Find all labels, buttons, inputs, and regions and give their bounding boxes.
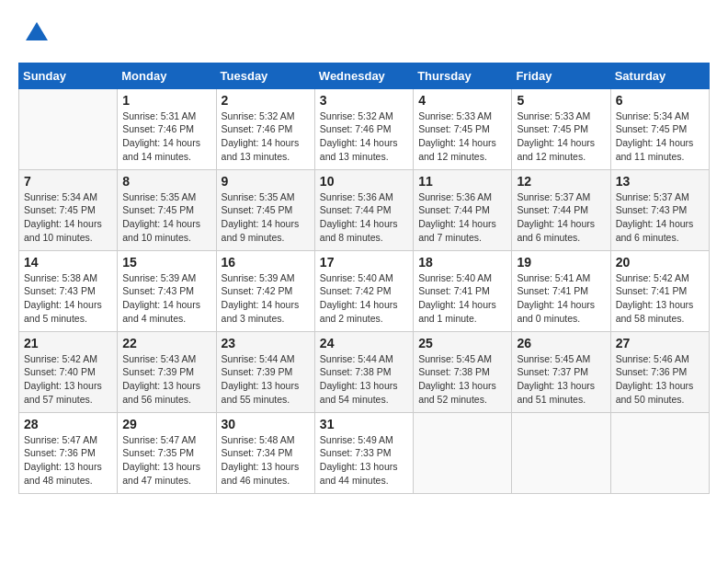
- day-info: Sunrise: 5:44 AMSunset: 7:39 PMDaylight:…: [222, 352, 310, 407]
- week-row-5: 28Sunrise: 5:47 AMSunset: 7:36 PMDayligh…: [19, 412, 710, 493]
- day-cell: 28Sunrise: 5:47 AMSunset: 7:36 PMDayligh…: [19, 412, 118, 493]
- day-number: 20: [616, 255, 704, 270]
- day-cell: 2Sunrise: 5:32 AMSunset: 7:46 PMDaylight…: [216, 88, 314, 169]
- day-number: 10: [320, 174, 408, 189]
- day-number: 26: [517, 336, 605, 350]
- day-cell: 23Sunrise: 5:44 AMSunset: 7:39 PMDayligh…: [216, 331, 314, 412]
- day-info: Sunrise: 5:35 AMSunset: 7:45 PMDaylight:…: [122, 190, 210, 245]
- dow-wednesday: Wednesday: [314, 63, 413, 88]
- day-info: Sunrise: 5:42 AMSunset: 7:41 PMDaylight:…: [616, 271, 704, 326]
- day-cell: 12Sunrise: 5:37 AMSunset: 7:44 PMDayligh…: [512, 169, 610, 250]
- day-info: Sunrise: 5:47 AMSunset: 7:35 PMDaylight:…: [122, 433, 210, 488]
- dow-saturday: Saturday: [610, 63, 709, 88]
- dow-thursday: Thursday: [414, 63, 512, 88]
- day-info: Sunrise: 5:33 AMSunset: 7:45 PMDaylight:…: [517, 109, 605, 164]
- day-number: 4: [418, 93, 506, 108]
- day-cell: 4Sunrise: 5:33 AMSunset: 7:45 PMDaylight…: [414, 88, 512, 169]
- day-info: Sunrise: 5:44 AMSunset: 7:38 PMDaylight:…: [320, 352, 408, 407]
- day-number: 9: [222, 174, 310, 189]
- day-number: 6: [616, 93, 704, 108]
- dow-friday: Friday: [512, 63, 610, 88]
- day-number: 17: [320, 255, 408, 270]
- day-number: 12: [517, 174, 605, 189]
- day-info: Sunrise: 5:45 AMSunset: 7:38 PMDaylight:…: [418, 352, 506, 407]
- day-cell: 11Sunrise: 5:36 AMSunset: 7:44 PMDayligh…: [414, 169, 512, 250]
- day-info: Sunrise: 5:33 AMSunset: 7:45 PMDaylight:…: [418, 109, 506, 164]
- day-info: Sunrise: 5:35 AMSunset: 7:45 PMDaylight:…: [222, 190, 310, 245]
- calendar-body: 1Sunrise: 5:31 AMSunset: 7:46 PMDaylight…: [19, 88, 710, 493]
- day-info: Sunrise: 5:32 AMSunset: 7:46 PMDaylight:…: [222, 109, 310, 164]
- day-number: 11: [418, 174, 506, 189]
- day-info: Sunrise: 5:43 AMSunset: 7:39 PMDaylight:…: [122, 352, 210, 407]
- day-info: Sunrise: 5:45 AMSunset: 7:37 PMDaylight:…: [517, 352, 605, 407]
- day-cell: [610, 412, 709, 493]
- day-info: Sunrise: 5:42 AMSunset: 7:40 PMDaylight:…: [24, 352, 112, 407]
- day-cell: 22Sunrise: 5:43 AMSunset: 7:39 PMDayligh…: [118, 331, 216, 412]
- day-number: 21: [24, 336, 112, 350]
- day-cell: 3Sunrise: 5:32 AMSunset: 7:46 PMDaylight…: [314, 88, 413, 169]
- day-info: Sunrise: 5:37 AMSunset: 7:44 PMDaylight:…: [517, 190, 605, 245]
- day-number: 2: [222, 93, 310, 108]
- day-number: 25: [418, 336, 506, 350]
- day-cell: 17Sunrise: 5:40 AMSunset: 7:42 PMDayligh…: [314, 250, 413, 331]
- day-info: Sunrise: 5:40 AMSunset: 7:42 PMDaylight:…: [320, 271, 408, 326]
- day-cell: 10Sunrise: 5:36 AMSunset: 7:44 PMDayligh…: [314, 169, 413, 250]
- day-number: 7: [24, 174, 112, 189]
- days-of-week-row: SundayMondayTuesdayWednesdayThursdayFrid…: [19, 63, 710, 88]
- day-info: Sunrise: 5:47 AMSunset: 7:36 PMDaylight:…: [24, 433, 112, 488]
- day-cell: 8Sunrise: 5:35 AMSunset: 7:45 PMDaylight…: [118, 169, 216, 250]
- day-cell: 1Sunrise: 5:31 AMSunset: 7:46 PMDaylight…: [118, 88, 216, 169]
- day-cell: 29Sunrise: 5:47 AMSunset: 7:35 PMDayligh…: [118, 412, 216, 493]
- day-cell: 27Sunrise: 5:46 AMSunset: 7:36 PMDayligh…: [610, 331, 709, 412]
- day-number: 5: [517, 93, 605, 108]
- day-number: 29: [122, 417, 210, 431]
- day-info: Sunrise: 5:40 AMSunset: 7:41 PMDaylight:…: [418, 271, 506, 326]
- day-cell: 25Sunrise: 5:45 AMSunset: 7:38 PMDayligh…: [414, 331, 512, 412]
- day-cell: [19, 88, 118, 169]
- day-info: Sunrise: 5:34 AMSunset: 7:45 PMDaylight:…: [616, 109, 704, 164]
- logo: [18, 18, 51, 53]
- logo-icon: [22, 18, 51, 48]
- day-cell: [512, 412, 610, 493]
- day-number: 27: [616, 336, 704, 350]
- day-number: 3: [320, 93, 408, 108]
- dow-monday: Monday: [118, 63, 216, 88]
- day-number: 15: [122, 255, 210, 270]
- day-info: Sunrise: 5:37 AMSunset: 7:43 PMDaylight:…: [616, 190, 704, 245]
- day-info: Sunrise: 5:39 AMSunset: 7:43 PMDaylight:…: [122, 271, 210, 326]
- day-cell: 7Sunrise: 5:34 AMSunset: 7:45 PMDaylight…: [19, 169, 118, 250]
- day-info: Sunrise: 5:36 AMSunset: 7:44 PMDaylight:…: [418, 190, 506, 245]
- day-cell: 9Sunrise: 5:35 AMSunset: 7:45 PMDaylight…: [216, 169, 314, 250]
- day-info: Sunrise: 5:39 AMSunset: 7:42 PMDaylight:…: [222, 271, 310, 326]
- dow-tuesday: Tuesday: [216, 63, 314, 88]
- week-row-1: 1Sunrise: 5:31 AMSunset: 7:46 PMDaylight…: [19, 88, 710, 169]
- day-number: 18: [418, 255, 506, 270]
- day-info: Sunrise: 5:36 AMSunset: 7:44 PMDaylight:…: [320, 190, 408, 245]
- page-header: [18, 18, 710, 53]
- day-number: 23: [222, 336, 310, 350]
- day-cell: [414, 412, 512, 493]
- day-cell: 31Sunrise: 5:49 AMSunset: 7:33 PMDayligh…: [314, 412, 413, 493]
- day-number: 22: [122, 336, 210, 350]
- day-number: 31: [320, 417, 408, 431]
- dow-sunday: Sunday: [19, 63, 118, 88]
- day-cell: 15Sunrise: 5:39 AMSunset: 7:43 PMDayligh…: [118, 250, 216, 331]
- day-cell: 30Sunrise: 5:48 AMSunset: 7:34 PMDayligh…: [216, 412, 314, 493]
- day-info: Sunrise: 5:41 AMSunset: 7:41 PMDaylight:…: [517, 271, 605, 326]
- day-cell: 26Sunrise: 5:45 AMSunset: 7:37 PMDayligh…: [512, 331, 610, 412]
- day-number: 13: [616, 174, 704, 189]
- day-cell: 5Sunrise: 5:33 AMSunset: 7:45 PMDaylight…: [512, 88, 610, 169]
- day-cell: 20Sunrise: 5:42 AMSunset: 7:41 PMDayligh…: [610, 250, 709, 331]
- day-cell: 13Sunrise: 5:37 AMSunset: 7:43 PMDayligh…: [610, 169, 709, 250]
- day-cell: 19Sunrise: 5:41 AMSunset: 7:41 PMDayligh…: [512, 250, 610, 331]
- svg-marker-0: [26, 22, 48, 40]
- day-info: Sunrise: 5:38 AMSunset: 7:43 PMDaylight:…: [24, 271, 112, 326]
- day-info: Sunrise: 5:31 AMSunset: 7:46 PMDaylight:…: [122, 109, 210, 164]
- day-info: Sunrise: 5:49 AMSunset: 7:33 PMDaylight:…: [320, 433, 408, 488]
- day-info: Sunrise: 5:32 AMSunset: 7:46 PMDaylight:…: [320, 109, 408, 164]
- day-number: 24: [320, 336, 408, 350]
- day-info: Sunrise: 5:48 AMSunset: 7:34 PMDaylight:…: [222, 433, 310, 488]
- day-cell: 6Sunrise: 5:34 AMSunset: 7:45 PMDaylight…: [610, 88, 709, 169]
- day-cell: 18Sunrise: 5:40 AMSunset: 7:41 PMDayligh…: [414, 250, 512, 331]
- calendar-table: SundayMondayTuesdayWednesdayThursdayFrid…: [18, 63, 710, 494]
